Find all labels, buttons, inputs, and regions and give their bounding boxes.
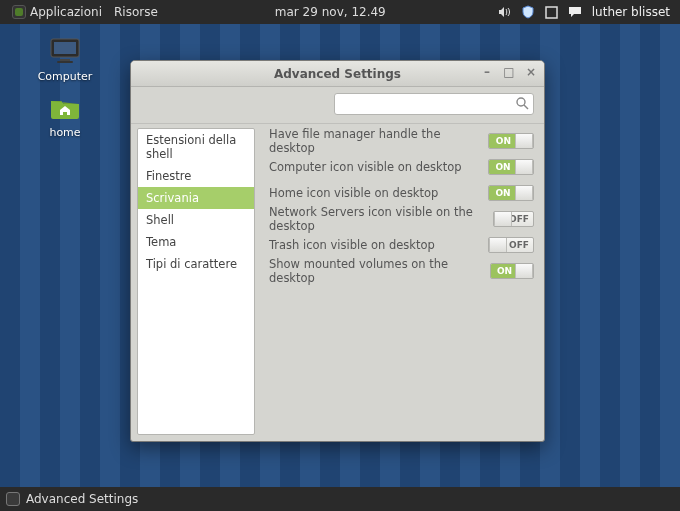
sidebar-item[interactable]: Scrivania <box>138 187 254 209</box>
sidebar-item[interactable]: Finestre <box>138 165 254 187</box>
settings-sidebar: Estensioni della shellFinestreScrivaniaS… <box>137 128 255 435</box>
window-titlebar[interactable]: Advanced Settings – □ × <box>131 61 544 87</box>
setting-row: Trash icon visible on desktopOFF <box>269 232 534 258</box>
setting-row: Show mounted volumes on the desktopON <box>269 258 534 284</box>
username-label: luther blisset <box>592 5 670 19</box>
system-tray: luther blisset <box>497 5 674 19</box>
minimize-button[interactable]: – <box>480 65 494 79</box>
setting-row: Network Servers icon visible on the desk… <box>269 206 534 232</box>
home-folder-icon <box>47 92 83 122</box>
setting-label: Computer icon visible on desktop <box>269 160 462 174</box>
svg-point-6 <box>517 98 525 106</box>
setting-label: Show mounted volumes on the desktop <box>269 257 490 285</box>
close-button[interactable]: × <box>524 65 538 79</box>
toggle-switch[interactable]: ON <box>488 185 534 201</box>
desktop-icon-home[interactable]: home <box>30 92 100 139</box>
top-panel: Applicazioni Risorse mar 29 nov, 12.49 l… <box>0 0 680 24</box>
svg-line-7 <box>524 105 528 109</box>
applications-menu-label: Applicazioni <box>30 5 102 19</box>
computer-icon <box>47 36 83 66</box>
sidebar-item[interactable]: Shell <box>138 209 254 231</box>
resources-menu-label: Risorse <box>114 5 158 19</box>
advanced-settings-window: Advanced Settings – □ × Estensioni della… <box>130 60 545 442</box>
search-input[interactable] <box>339 97 515 111</box>
search-box[interactable] <box>334 93 534 115</box>
desktop-icon-computer-label: Computer <box>30 70 100 83</box>
sidebar-item[interactable]: Estensioni della shell <box>138 129 254 165</box>
app-icon <box>6 492 20 506</box>
setting-row: Have file manager handle the desktopON <box>269 128 534 154</box>
window-body: Estensioni della shellFinestreScrivaniaS… <box>131 123 544 441</box>
applications-menu[interactable]: Applicazioni <box>6 0 108 24</box>
sidebar-item[interactable]: Tipi di carattere <box>138 253 254 275</box>
setting-label: Have file manager handle the desktop <box>269 127 488 155</box>
taskbar-entry-advanced-settings[interactable]: Advanced Settings <box>6 492 138 506</box>
window-icon[interactable] <box>545 6 558 19</box>
desktop-icon-computer[interactable]: Computer <box>30 36 100 83</box>
bottom-panel: Advanced Settings <box>0 487 680 511</box>
clock[interactable]: mar 29 nov, 12.49 <box>275 5 386 19</box>
chat-icon[interactable] <box>568 5 582 19</box>
svg-rect-1 <box>546 7 557 18</box>
svg-rect-0 <box>15 8 23 16</box>
setting-row: Computer icon visible on desktopON <box>269 154 534 180</box>
sidebar-item[interactable]: Tema <box>138 231 254 253</box>
resources-menu[interactable]: Risorse <box>108 0 164 24</box>
taskbar-entry-label: Advanced Settings <box>26 492 138 506</box>
search-icon[interactable] <box>515 95 529 114</box>
settings-panel: Have file manager handle the desktopONCo… <box>255 124 544 441</box>
setting-label: Home icon visible on desktop <box>269 186 438 200</box>
toggle-switch[interactable]: ON <box>488 133 534 149</box>
toggle-switch[interactable]: OFF <box>488 237 534 253</box>
desktop-icon-home-label: home <box>30 126 100 139</box>
shield-icon[interactable] <box>521 5 535 19</box>
user-menu[interactable]: luther blisset <box>592 5 670 19</box>
toggle-switch[interactable]: ON <box>488 159 534 175</box>
setting-label: Trash icon visible on desktop <box>269 238 435 252</box>
clock-text: mar 29 nov, 12.49 <box>275 5 386 19</box>
setting-row: Home icon visible on desktopON <box>269 180 534 206</box>
svg-rect-4 <box>60 59 70 61</box>
volume-icon[interactable] <box>497 5 511 19</box>
svg-rect-5 <box>57 61 73 63</box>
maximize-button[interactable]: □ <box>502 65 516 79</box>
toggle-switch[interactable]: ON <box>490 263 534 279</box>
svg-rect-3 <box>54 42 76 54</box>
window-title: Advanced Settings <box>274 67 401 81</box>
toggle-switch[interactable]: OFF <box>493 211 534 227</box>
search-row <box>131 87 544 123</box>
setting-label: Network Servers icon visible on the desk… <box>269 205 493 233</box>
mint-logo-icon <box>12 5 26 19</box>
